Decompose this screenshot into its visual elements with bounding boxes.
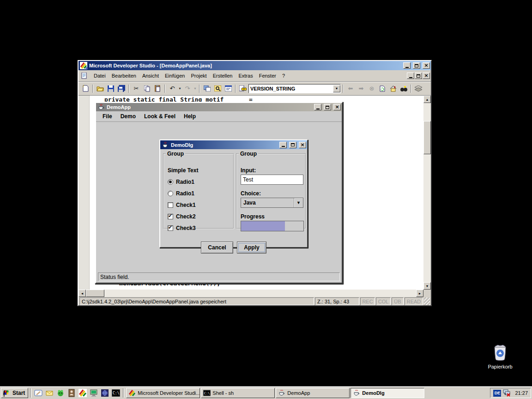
- terminal-icon[interactable]: C:\: [111, 388, 121, 398]
- demoapp-title: DemoApp: [107, 104, 312, 110]
- vertical-scroll-thumb[interactable]: [423, 121, 431, 154]
- menu-extras[interactable]: Extras: [236, 72, 255, 80]
- menu-help[interactable]: Help: [180, 112, 200, 121]
- devstudio-menubar: Datei Bearbeiten Ansicht Einfügen Projek…: [79, 70, 431, 82]
- scroll-down-icon[interactable]: ▼: [423, 282, 431, 290]
- mail-icon[interactable]: [44, 388, 54, 398]
- checkbox-icon[interactable]: [168, 225, 173, 231]
- undo-button[interactable]: ↶: [167, 84, 177, 93]
- menu-fenster[interactable]: Fenster: [256, 72, 279, 80]
- save-all-button[interactable]: [116, 84, 127, 93]
- keyboard-layout-indicator[interactable]: DE: [493, 390, 501, 397]
- check1-option[interactable]: Check1: [168, 202, 196, 208]
- demodlg-titlebar[interactable]: DemoDlg ×: [160, 140, 307, 149]
- scroll-right-icon[interactable]: ►: [416, 290, 423, 297]
- menu-look-and-feel[interactable]: Look & Feel: [140, 112, 179, 121]
- close-button[interactable]: ×: [299, 142, 306, 148]
- input-label: Input:: [241, 167, 256, 174]
- workspace-button[interactable]: [202, 84, 212, 93]
- redo-button[interactable]: ↷: [182, 84, 193, 93]
- task-demoapp[interactable]: DemoApp: [276, 388, 350, 398]
- green-app-icon[interactable]: [55, 388, 66, 398]
- open-file-button[interactable]: [95, 84, 105, 93]
- editor-vertical-scrollbar[interactable]: ▲ ▼: [423, 96, 431, 290]
- radio2-option[interactable]: Radio1: [168, 190, 194, 197]
- copy-button[interactable]: [142, 84, 152, 93]
- search-button[interactable]: [399, 84, 409, 93]
- demoapp-titlebar[interactable]: DemoApp ×: [96, 103, 342, 111]
- menu-erstellen[interactable]: Erstellen: [210, 72, 236, 80]
- stop-button[interactable]: ⊗: [367, 84, 377, 93]
- minimize-button[interactable]: [403, 62, 411, 69]
- cut-button[interactable]: ✂: [131, 84, 141, 93]
- menu-datei[interactable]: Datei: [91, 72, 109, 80]
- version-string-combobox[interactable]: VERSION_STRING ▼: [248, 84, 341, 93]
- scroll-left-icon[interactable]: ◄: [79, 290, 86, 297]
- network-offline-icon[interactable]: [503, 389, 511, 397]
- horizontal-scroll-thumb[interactable]: [86, 290, 104, 297]
- devstudio-quicklaunch-icon[interactable]: [78, 388, 88, 398]
- find-in-files-button[interactable]: [238, 84, 248, 93]
- mdi-close-button[interactable]: ×: [423, 73, 430, 79]
- redo-dropdown-icon[interactable]: ▼: [193, 87, 197, 90]
- cancel-button[interactable]: Cancel: [201, 242, 233, 254]
- mdi-restore-button[interactable]: [415, 73, 422, 79]
- deploy-button[interactable]: [413, 84, 423, 93]
- status-field: Status field.: [98, 272, 340, 281]
- undo-dropdown-icon[interactable]: ▼: [178, 87, 182, 90]
- radio-button-icon[interactable]: [168, 191, 173, 196]
- close-button[interactable]: ×: [423, 62, 430, 69]
- task-devstudio[interactable]: Microsoft Developer Studi...: [126, 388, 200, 398]
- paste-button[interactable]: [152, 84, 163, 93]
- menu-ansicht[interactable]: Ansicht: [139, 72, 162, 80]
- resize-grip[interactable]: [424, 297, 430, 305]
- image-viewer-icon[interactable]: [66, 388, 77, 398]
- close-button[interactable]: ×: [333, 104, 341, 110]
- scroll-up-icon[interactable]: ▲: [423, 96, 431, 103]
- scroll-track[interactable]: [104, 290, 416, 297]
- new-file-button[interactable]: [80, 84, 91, 93]
- mdi-minimize-button[interactable]: [407, 73, 414, 79]
- check3-option[interactable]: Check3: [168, 225, 196, 231]
- choice-combobox[interactable]: Java ▼: [241, 198, 303, 208]
- input-field[interactable]: [241, 175, 303, 185]
- save-button[interactable]: [106, 84, 116, 93]
- menu-projekt[interactable]: Projekt: [188, 72, 209, 80]
- output-button[interactable]: [212, 84, 223, 93]
- combo-dropdown-icon[interactable]: ▼: [333, 85, 340, 92]
- maximize-button[interactable]: [289, 142, 296, 148]
- menu-demo[interactable]: Demo: [117, 112, 139, 121]
- back-button[interactable]: ⬅: [345, 84, 356, 93]
- menu-bearbeiten[interactable]: Bearbeiten: [109, 72, 139, 80]
- radio-button-icon[interactable]: [168, 179, 173, 185]
- refresh-button[interactable]: [377, 84, 387, 93]
- devstudio-titlebar[interactable]: Microsoft Developer Studio - [DemoAppPan…: [79, 61, 431, 70]
- java-cup-icon: [278, 389, 285, 397]
- recycle-bin-shortcut[interactable]: Papierkorb: [481, 345, 519, 370]
- minimize-button[interactable]: [314, 104, 321, 110]
- browser-globe-icon[interactable]: [100, 388, 110, 398]
- window-list-button[interactable]: [223, 84, 233, 93]
- editor-horizontal-scrollbar[interactable]: ◄ ►: [79, 290, 423, 297]
- home-button[interactable]: [388, 84, 398, 93]
- clock[interactable]: 21:27: [513, 390, 528, 396]
- apply-button[interactable]: Apply: [237, 242, 266, 254]
- menu-file[interactable]: File: [99, 112, 116, 121]
- menu-hilfe[interactable]: ?: [279, 72, 288, 80]
- check2-option[interactable]: Check2: [168, 213, 196, 220]
- maximize-button[interactable]: [324, 104, 331, 110]
- task-demodlg[interactable]: DemoDlg: [351, 388, 424, 398]
- checkbox-icon[interactable]: [168, 202, 173, 208]
- radio1-option[interactable]: Radio1: [168, 179, 194, 185]
- start-button[interactable]: Start: [1, 388, 28, 398]
- maximize-button[interactable]: [413, 62, 420, 69]
- monitor-app-icon[interactable]: [89, 388, 99, 398]
- task-label: Microsoft Developer Studi...: [138, 390, 200, 396]
- show-desktop-icon[interactable]: [33, 388, 43, 398]
- menu-einfuegen[interactable]: Einfügen: [162, 72, 187, 80]
- forward-button[interactable]: ➡: [356, 84, 366, 93]
- task-shell[interactable]: C:\ Shell - sh: [201, 388, 275, 398]
- checkbox-icon[interactable]: [168, 214, 173, 219]
- minimize-button[interactable]: [279, 142, 287, 148]
- combo-dropdown-icon[interactable]: ▼: [294, 198, 303, 207]
